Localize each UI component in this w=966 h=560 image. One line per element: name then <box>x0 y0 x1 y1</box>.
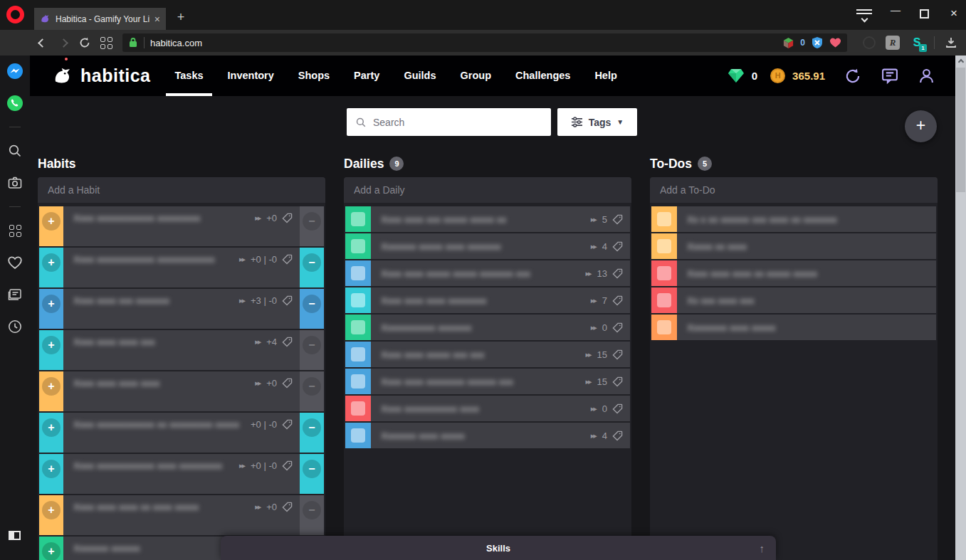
tab-close-icon[interactable]: × <box>154 14 160 25</box>
bookmarks-heart-icon[interactable] <box>6 254 23 271</box>
daily-checkbox[interactable] <box>351 212 365 226</box>
tag-icon[interactable] <box>612 268 623 279</box>
create-task-button[interactable]: + <box>905 110 937 142</box>
todo-checkbox[interactable] <box>657 266 671 280</box>
chat-icon[interactable] <box>881 67 899 85</box>
habit-plus-button[interactable]: + <box>42 501 61 519</box>
todo-checkbox[interactable] <box>657 320 671 334</box>
nav-item[interactable]: Tasks <box>170 56 207 96</box>
habit-minus-button[interactable]: − <box>303 418 321 437</box>
search-input[interactable] <box>373 117 542 128</box>
nav-item[interactable]: Party <box>350 56 384 96</box>
forward-button[interactable] <box>53 33 74 52</box>
heart-bookmark-icon[interactable] <box>829 37 841 48</box>
habit-minus-button[interactable]: − <box>303 501 321 519</box>
habit-plus-button[interactable]: + <box>42 418 61 437</box>
todo-checkbox[interactable] <box>657 293 671 307</box>
tag-icon[interactable] <box>612 322 623 333</box>
reload-button[interactable] <box>74 33 95 52</box>
habit-plus-button[interactable]: + <box>42 253 61 272</box>
nav-item[interactable]: Group <box>456 56 496 96</box>
habit-minus-button[interactable]: − <box>303 460 321 478</box>
habit-minus-button[interactable]: − <box>303 336 321 354</box>
tag-icon[interactable] <box>612 295 623 306</box>
expand-up-icon[interactable]: ↑ <box>760 542 765 554</box>
extension-circle-icon[interactable] <box>863 36 876 49</box>
habit-plus-button[interactable]: + <box>42 336 61 354</box>
habit-plus-button[interactable]: + <box>42 377 61 396</box>
url-field[interactable]: habitica.com 0 <box>122 33 847 52</box>
extension-r-icon[interactable]: R <box>886 36 900 50</box>
cube-extension-icon[interactable] <box>782 37 794 49</box>
tag-icon[interactable] <box>282 254 293 265</box>
add-todo-input[interactable] <box>660 184 928 196</box>
habit-minus-button[interactable]: − <box>303 377 321 396</box>
browser-menu-icon[interactable] <box>856 7 872 21</box>
messenger-icon[interactable] <box>6 63 23 80</box>
daily-checkbox[interactable] <box>351 428 365 443</box>
tag-icon[interactable] <box>282 419 293 430</box>
minimize-button[interactable]: — <box>891 4 901 16</box>
habit-plus-button[interactable]: + <box>42 212 61 231</box>
downloads-icon[interactable] <box>945 36 957 49</box>
daily-checkbox[interactable] <box>351 347 365 361</box>
daily-checkbox[interactable] <box>351 401 365 416</box>
speed-dial-sidebar-icon[interactable] <box>6 222 23 239</box>
gold-coin-icon[interactable]: H <box>770 68 785 83</box>
habit-plus-button[interactable]: + <box>42 295 61 313</box>
opera-logo-icon[interactable] <box>6 6 24 23</box>
browser-tab[interactable]: Habitica - Gamify Your Life × <box>34 8 166 30</box>
new-tab-button[interactable]: + <box>172 10 189 25</box>
tag-icon[interactable] <box>282 295 293 306</box>
scrollbar-thumb[interactable] <box>956 68 965 192</box>
tag-icon[interactable] <box>612 403 623 414</box>
tag-icon[interactable] <box>612 376 623 387</box>
daily-checkbox[interactable] <box>351 266 365 280</box>
extension-s-icon[interactable]: S1 <box>910 36 924 50</box>
scroll-up-arrow-icon[interactable] <box>955 56 966 66</box>
window-scrollbar[interactable] <box>955 56 966 560</box>
sidebar-panel-toggle-icon[interactable] <box>9 531 21 540</box>
tag-icon[interactable] <box>282 213 293 223</box>
whatsapp-icon[interactable] <box>6 95 23 112</box>
speed-dial-button[interactable] <box>95 33 117 52</box>
habit-plus-button[interactable]: + <box>42 460 61 478</box>
daily-checkbox[interactable] <box>351 320 365 334</box>
snapshot-camera-icon[interactable] <box>6 174 23 191</box>
sync-icon[interactable] <box>844 67 862 85</box>
nav-item[interactable]: Inventory <box>224 56 278 96</box>
habit-minus-button[interactable]: − <box>303 295 321 313</box>
profile-icon[interactable] <box>918 67 935 85</box>
gem-icon[interactable] <box>728 68 745 83</box>
tag-icon[interactable] <box>282 502 293 512</box>
tag-icon[interactable] <box>612 241 623 252</box>
nav-item[interactable]: Challenges <box>511 56 574 96</box>
habitica-logo[interactable]: habitica <box>30 65 150 87</box>
daily-checkbox[interactable] <box>351 293 365 307</box>
back-button[interactable] <box>31 33 53 52</box>
tag-icon[interactable] <box>282 460 293 471</box>
skills-drawer[interactable]: Skills ↑ <box>221 536 776 560</box>
adblock-shield-icon[interactable] <box>811 36 824 49</box>
todo-checkbox[interactable] <box>657 212 671 226</box>
history-clock-icon[interactable] <box>6 318 23 335</box>
habit-plus-button[interactable]: + <box>42 542 61 560</box>
daily-checkbox[interactable] <box>351 374 365 389</box>
add-daily-input[interactable] <box>354 184 621 196</box>
todo-checkbox[interactable] <box>657 239 671 253</box>
tag-icon[interactable] <box>612 349 623 360</box>
personal-news-icon[interactable] <box>6 286 23 303</box>
tags-button[interactable]: Tags ▼ <box>557 108 637 136</box>
tag-icon[interactable] <box>612 214 623 225</box>
nav-item[interactable]: Shops <box>294 56 334 96</box>
tag-icon[interactable] <box>282 378 293 389</box>
search-sidebar-icon[interactable] <box>6 142 23 159</box>
daily-checkbox[interactable] <box>351 239 365 253</box>
nav-item[interactable]: Help <box>590 56 621 96</box>
tag-icon[interactable] <box>282 337 293 347</box>
add-habit-input[interactable] <box>48 184 315 196</box>
habit-minus-button[interactable]: − <box>303 253 321 272</box>
nav-item[interactable]: Guilds <box>399 56 440 96</box>
habit-minus-button[interactable]: − <box>303 212 321 231</box>
tag-icon[interactable] <box>612 430 623 441</box>
